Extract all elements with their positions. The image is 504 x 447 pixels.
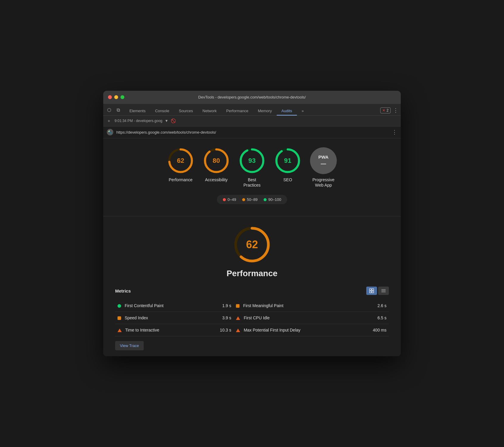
metric-si-cell: Speed Index [115, 312, 205, 324]
gauge-performance: 62 [167, 147, 194, 174]
metric-si-value: 3.9 s [205, 312, 234, 324]
device-icon[interactable]: ⧉ [115, 107, 122, 114]
tab-performance[interactable]: Performance [221, 107, 253, 115]
tab-audits[interactable]: Audits [277, 107, 297, 115]
address-timestamp: 9:01:34 PM - developers.goog [115, 119, 162, 123]
score-accessibility-label: Accessibility [205, 177, 228, 182]
metric-fci-cell: First CPU Idle [234, 312, 356, 324]
metric-si-label: Speed Index [125, 315, 148, 320]
tab-elements[interactable]: Elements [125, 107, 150, 115]
gauge-best-practices-value: 93 [248, 157, 256, 165]
metric-tti-cell: Time to Interactive [115, 324, 205, 336]
minimize-button[interactable] [114, 95, 118, 99]
metric-fci-value: 6.5 s [356, 312, 389, 324]
metric-tti-icon [118, 329, 122, 332]
score-best-practices-label: BestPractices [243, 177, 261, 188]
metric-fcp-value: 1.9 s [205, 300, 234, 312]
lighthouse-url: https://developers.google.com/web/tools/… [116, 130, 389, 135]
legend-item-pass: 90–100 [264, 197, 281, 202]
error-count: 2 [386, 108, 389, 112]
legend-item-average: 50–89 [242, 197, 258, 202]
address-dropdown-icon[interactable]: ▼ [165, 119, 168, 123]
legend-pass-label: 90–100 [268, 197, 281, 202]
gauge-performance-value: 62 [177, 157, 184, 165]
metric-fmp-label: First Meaningful Paint [243, 303, 283, 308]
lighthouse-menu-icon[interactable]: ⋮ [392, 129, 397, 135]
tab-memory[interactable]: Memory [253, 107, 277, 115]
tab-network[interactable]: Network [198, 107, 222, 115]
gauge-seo: 91 [274, 147, 301, 174]
devtools-tabs: Elements Console Sources Network Perform… [125, 107, 380, 115]
maximize-button[interactable] [120, 95, 124, 99]
legend-pass-dot [264, 198, 267, 201]
lighthouse-icon: 🔦 [107, 129, 113, 135]
metric-mpfid-label: Max Potential First Input Delay [244, 328, 300, 332]
close-button[interactable] [108, 95, 112, 99]
performance-detail-section: 62 Performance Metrics [103, 216, 401, 356]
tab-console[interactable]: Console [150, 107, 174, 115]
metric-fmp-value: 2.6 s [356, 300, 389, 312]
gauge-accessibility: 80 [203, 147, 230, 174]
address-bar-row: + 9:01:34 PM - developers.goog ▼ 🚫 [103, 116, 401, 126]
grid-view-button[interactable] [366, 287, 377, 295]
scores-row: 62 Performance 80 Accessibility [109, 147, 395, 188]
browser-window: DevTools - developers.google.com/web/too… [103, 91, 401, 356]
metrics-row-1: First Contentful Paint 1.9 s First Meani… [115, 300, 389, 312]
gauge-best-practices: 93 [239, 147, 265, 174]
traffic-lights [108, 95, 124, 99]
tab-more[interactable]: » [297, 107, 309, 115]
legend-inner: 0–49 50–89 90–100 [217, 195, 287, 204]
pwa-label: PWA [318, 154, 328, 160]
view-trace-button[interactable]: View Trace [115, 341, 144, 350]
tab-sources[interactable]: Sources [174, 107, 198, 115]
title-bar: DevTools - developers.google.com/web/too… [103, 91, 401, 104]
error-badge[interactable]: ✕ 2 [380, 107, 391, 113]
metric-fci-label: First CPU Idle [244, 315, 270, 320]
svg-rect-11 [372, 289, 374, 290]
metric-fmp-icon [236, 304, 240, 308]
main-content: 62 Performance 80 Accessibility [103, 138, 401, 216]
gauge-accessibility-value: 80 [213, 157, 220, 165]
metrics-row-3: Time to Interactive 10.3 s Max Potential… [115, 324, 389, 336]
score-performance: 62 Performance [167, 147, 194, 188]
metric-tti-label: Time to Interactive [125, 328, 159, 332]
more-options-button[interactable]: ⋮ [393, 107, 398, 114]
metric-si-icon [118, 316, 121, 320]
metrics-header: Metrics [115, 287, 389, 295]
metrics-label: Metrics [115, 288, 131, 293]
score-seo-label: SEO [283, 177, 292, 182]
metric-mpfid-icon [236, 329, 240, 332]
metric-fmp-cell: First Meaningful Paint [234, 300, 356, 312]
svg-rect-10 [370, 289, 371, 290]
no-entry-icon[interactable]: 🚫 [171, 118, 176, 123]
inspect-icon[interactable]: ⬡ [106, 107, 113, 114]
lighthouse-url-bar: 🔦 https://developers.google.com/web/tool… [103, 126, 401, 138]
legend-average-dot [242, 198, 245, 201]
list-view-button[interactable] [378, 287, 389, 295]
svg-rect-12 [370, 291, 371, 293]
big-gauge-row: 62 [115, 225, 389, 264]
metric-mpfid-cell: Max Potential First Input Delay [234, 324, 356, 336]
metrics-table: First Contentful Paint 1.9 s First Meani… [115, 300, 389, 336]
metric-mpfid-value: 400 ms [356, 324, 389, 336]
metric-tti-value: 10.3 s [205, 324, 234, 336]
window-title: DevTools - developers.google.com/web/too… [198, 95, 306, 99]
score-accessibility: 80 Accessibility [203, 147, 230, 188]
gauge-pwa: PWA — [310, 147, 337, 174]
tab-right-actions: ✕ 2 ⋮ [380, 107, 398, 115]
legend-bar: 0–49 50–89 90–100 [109, 195, 395, 204]
score-seo: 91 SEO [274, 147, 301, 188]
svg-rect-13 [372, 291, 374, 293]
big-gauge-performance-value: 62 [246, 238, 258, 251]
error-icon: ✕ [382, 108, 385, 112]
tab-bar-actions: ⬡ ⧉ [106, 107, 122, 115]
score-performance-label: Performance [169, 177, 192, 182]
legend-fail-label: 0–49 [228, 197, 236, 202]
legend-item-fail: 0–49 [223, 197, 236, 202]
view-toggle [366, 287, 389, 295]
bottom-hint: View Trace [115, 341, 389, 350]
add-tab-icon[interactable]: + [106, 118, 112, 124]
metric-fcp-label: First Contentful Paint [125, 303, 164, 308]
metric-fcp-cell: First Contentful Paint [115, 300, 205, 312]
performance-detail-title: Performance [115, 269, 389, 278]
